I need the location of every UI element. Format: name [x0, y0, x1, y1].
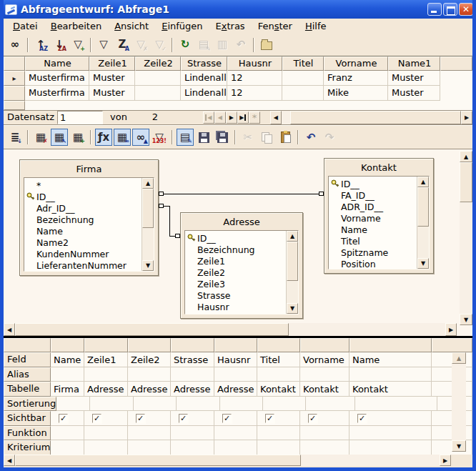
row-selector[interactable]: [4, 86, 25, 101]
alias-icon[interactable]: ∞▲: [132, 129, 149, 146]
field-item[interactable]: ID__: [329, 178, 417, 189]
criteria-column-header[interactable]: [349, 338, 432, 352]
field-item[interactable]: ADR_ID__: [329, 201, 417, 212]
last-record-button[interactable]: ▶: [237, 111, 249, 124]
data-cell[interactable]: Musterfirma: [25, 86, 89, 101]
scroll-down-icon[interactable]: ▼: [287, 303, 298, 314]
sort-descending-icon[interactable]: ↓ZA: [51, 36, 68, 54]
criteria-column-header[interactable]: [214, 338, 257, 352]
field-item[interactable]: Position: [329, 258, 417, 269]
criteria-cell[interactable]: ✓: [349, 411, 432, 426]
join-line-firma-kontakt[interactable]: [164, 194, 319, 194]
criteria-cell[interactable]: ✓: [214, 411, 257, 426]
criteria-cell[interactable]: [51, 440, 84, 455]
table-window-firma[interactable]: Firma*ID__Adr_ID__BezeichnungNameName2Ku…: [19, 159, 159, 276]
find-record-icon[interactable]: ∞: [6, 36, 24, 54]
criteria-cell[interactable]: [128, 440, 171, 455]
scroll-left-icon[interactable]: ◀: [270, 111, 282, 124]
next-record-button[interactable]: ▶: [226, 111, 237, 124]
data-cell[interactable]: [282, 71, 324, 86]
criteria-cell[interactable]: Name: [51, 352, 84, 367]
column-header-name1[interactable]: Name1: [388, 56, 440, 71]
data-cell[interactable]: [135, 71, 181, 86]
maximize-button[interactable]: [443, 3, 457, 16]
criteria-cell[interactable]: [300, 367, 349, 382]
scroll-up-icon[interactable]: ▲: [287, 231, 298, 242]
field-item[interactable]: Bezeichnung: [24, 214, 142, 225]
scroll-down-icon[interactable]: ▼: [452, 440, 466, 452]
criteria-cell[interactable]: [349, 426, 432, 441]
column-header-zeile1[interactable]: Zeile1: [89, 56, 135, 71]
row-selector-header[interactable]: [4, 56, 25, 71]
field-item[interactable]: Name2: [24, 237, 142, 248]
column-header-name[interactable]: Name: [25, 56, 89, 71]
column-header-vorname[interactable]: Vorname: [324, 56, 388, 71]
column-header-titel[interactable]: Titel: [282, 56, 324, 71]
visible-checkbox[interactable]: ✓: [222, 414, 232, 423]
criteria-cell[interactable]: [349, 440, 432, 455]
visible-checkbox[interactable]: ✓: [308, 414, 317, 423]
field-item[interactable]: ID__: [185, 232, 286, 244]
criteria-column-header[interactable]: [51, 338, 84, 352]
column-header-hausnr[interactable]: Hausnr: [227, 56, 282, 71]
clear-query-icon[interactable]: ▦✗: [32, 129, 49, 146]
menu-hilfe[interactable]: Hilfe: [299, 19, 333, 33]
field-item[interactable]: Name: [329, 224, 417, 235]
autofilter-icon[interactable]: ▽+: [69, 36, 86, 54]
menu-fenster[interactable]: Fenster: [252, 19, 299, 33]
design-vscrollbar[interactable]: ▲ ▼: [460, 151, 472, 325]
field-item[interactable]: Zeile3: [185, 278, 286, 289]
data-cell[interactable]: Mike: [324, 86, 388, 101]
criteria-cell[interactable]: Name: [349, 352, 432, 367]
field-item[interactable]: ID__: [24, 191, 142, 202]
criteria-cell[interactable]: [306, 397, 355, 412]
data-cell[interactable]: Muster: [388, 71, 440, 86]
criteria-cell[interactable]: [355, 397, 437, 412]
criteria-cell[interactable]: ✓: [84, 411, 128, 426]
query-design-area[interactable]: Firma*ID__Adr_ID__BezeichnungNameName2Ku…: [4, 149, 472, 336]
criteria-cell[interactable]: [214, 367, 257, 382]
scroll-up-icon[interactable]: ▲: [142, 178, 154, 189]
field-item[interactable]: Name: [24, 225, 142, 237]
data-cell[interactable]: [135, 86, 181, 101]
scroll-down-icon[interactable]: ▼: [460, 314, 472, 325]
data-cell[interactable]: Muster: [89, 86, 135, 101]
field-item[interactable]: Bezeichnung: [185, 244, 286, 255]
criteria-cell[interactable]: Vorname: [300, 352, 349, 367]
criteria-cell[interactable]: [214, 440, 257, 455]
criteria-cell[interactable]: Adresse: [128, 382, 171, 397]
criteria-cell[interactable]: [128, 426, 171, 441]
table-name-icon[interactable]: ▦∞: [114, 129, 131, 146]
field-item[interactable]: Vorname: [329, 212, 417, 224]
hscroll-thumb[interactable]: [290, 111, 461, 124]
menu-einfgen[interactable]: Einfügen: [155, 19, 209, 33]
run-query-icon[interactable]: ≣↓: [6, 129, 24, 146]
join-line-firma-adresse[interactable]: [169, 206, 170, 237]
table-window-adresse[interactable]: AdresseID__BezeichnungZeile1Zeile2Zeile3…: [180, 212, 303, 319]
criteria-cell[interactable]: Zeile1: [84, 352, 128, 367]
save-icon[interactable]: [195, 129, 212, 146]
criteria-cell[interactable]: Adresse: [214, 382, 257, 397]
criteria-cell[interactable]: [51, 426, 84, 441]
visible-checkbox[interactable]: ✓: [265, 414, 274, 423]
visible-checkbox[interactable]: ✓: [179, 414, 188, 423]
scroll-left-icon[interactable]: ◀: [4, 323, 15, 336]
criteria-cell[interactable]: [90, 397, 134, 412]
field-item[interactable]: Postfach: [185, 312, 286, 314]
criteria-cell[interactable]: [257, 426, 300, 441]
field-list-scrollbar[interactable]: ▲▼: [142, 178, 154, 271]
criteria-cell[interactable]: ✓: [51, 411, 84, 426]
data-cell[interactable]: Franz: [324, 71, 388, 86]
criteria-cell[interactable]: [257, 367, 300, 382]
criteria-column-header[interactable]: [171, 338, 214, 352]
row-selector[interactable]: [4, 101, 25, 110]
criteria-cell[interactable]: [177, 397, 220, 412]
column-header-strasse[interactable]: Strasse: [181, 56, 227, 71]
field-item[interactable]: Strasse: [185, 289, 286, 301]
table-window-kontakt[interactable]: KontaktID__FA_ID__ADR_ID__VornameNameTit…: [324, 158, 434, 274]
criteria-cell[interactable]: Kontakt: [257, 382, 300, 397]
add-table-icon[interactable]: ▦+: [69, 129, 86, 146]
scroll-right-icon[interactable]: ▶: [440, 455, 451, 466]
criteria-cell[interactable]: ✓: [171, 411, 214, 426]
scroll-left-icon[interactable]: ◀: [4, 455, 15, 466]
